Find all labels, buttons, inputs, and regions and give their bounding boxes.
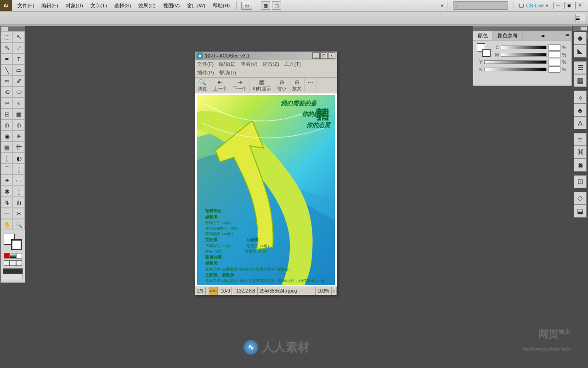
tool-14[interactable]: ⊞ xyxy=(1,109,13,120)
menu-edit[interactable]: 编辑(E) xyxy=(38,2,62,9)
tool-12[interactable]: ✂ xyxy=(1,98,13,109)
tool-34[interactable]: ✋ xyxy=(1,219,13,230)
color-mode-icon[interactable] xyxy=(4,253,10,259)
tool-20[interactable]: ▤ xyxy=(1,142,13,153)
channel-value-M[interactable] xyxy=(548,52,560,58)
tool-7[interactable]: ▭ xyxy=(13,64,25,75)
tool-21[interactable]: 卄 xyxy=(13,142,25,153)
bridge-button[interactable]: Br xyxy=(241,2,252,10)
panel-icon-8[interactable]: ⌘ xyxy=(574,146,587,159)
channel-slider-K[interactable] xyxy=(484,68,547,71)
search-input[interactable]: ⌕ xyxy=(453,1,508,10)
panel-icon-3[interactable]: ▦ xyxy=(574,74,587,87)
tool-29[interactable]: ▯ xyxy=(13,186,25,197)
acd-menu-zoom[interactable]: 缩放(Z) xyxy=(263,61,279,67)
arrange-docs-icon[interactable]: ▦ xyxy=(261,1,270,10)
acd-tb-5[interactable]: ⊕放大 xyxy=(289,78,305,93)
tool-22[interactable]: ▯ xyxy=(1,153,13,164)
acd-menu-file[interactable]: 文件(F) xyxy=(197,61,214,67)
tool-28[interactable]: ✱ xyxy=(1,186,13,197)
color-panel-header[interactable] xyxy=(473,27,571,31)
draw-normal-icon[interactable] xyxy=(4,260,10,266)
tool-15[interactable]: ▦ xyxy=(13,109,25,120)
channel-value-C[interactable] xyxy=(548,44,560,51)
options-collapse-icon[interactable]: ≡ xyxy=(575,14,585,22)
tool-27[interactable]: ▭ xyxy=(13,175,25,186)
acdsee-image[interactable]: 招聘 我们需要的是 你的想法 你的态度 招聘岗位： 销售类 营销主任（2名） 资… xyxy=(195,93,337,287)
tool-35[interactable]: 🔍 xyxy=(13,219,25,230)
tool-26[interactable]: ✦ xyxy=(1,175,13,186)
panel-icon-2[interactable]: ☰ xyxy=(574,61,587,74)
panel-icon-0[interactable]: ◆ xyxy=(574,32,587,45)
tool-6[interactable]: ╲ xyxy=(1,64,13,75)
tool-13[interactable]: ⟐ xyxy=(13,98,25,109)
panel-expand-icon[interactable]: ▸▸ xyxy=(539,33,547,38)
draw-behind-icon[interactable] xyxy=(10,260,16,266)
panel-icon-9[interactable]: ◉ xyxy=(574,159,587,172)
menu-object[interactable]: 对象(O) xyxy=(62,2,87,9)
acdsee-close-icon[interactable]: × xyxy=(328,52,335,59)
acd-menu-tools[interactable]: 工具(T) xyxy=(284,61,301,67)
tool-24[interactable]: ⌒ xyxy=(1,164,13,175)
screen-mode-icon[interactable]: ▢ xyxy=(272,1,281,10)
panel-icon-10[interactable]: ⊡ xyxy=(574,175,587,188)
channel-slider-Y[interactable] xyxy=(484,60,547,64)
menu-file[interactable]: 文件(F) xyxy=(14,2,38,9)
tool-3[interactable]: ⟋ xyxy=(13,42,25,53)
channel-value-K[interactable] xyxy=(548,66,560,73)
tool-5[interactable]: T xyxy=(13,53,25,64)
acd-menu-view[interactable]: 查看(V) xyxy=(241,61,258,67)
panel-fill-stroke[interactable] xyxy=(477,43,491,57)
tool-4[interactable]: ✒ xyxy=(1,53,13,64)
acd-menu-plugins[interactable]: 插件(P) xyxy=(197,70,214,75)
right-strip-header[interactable] xyxy=(573,26,588,31)
maximize-icon[interactable]: ▣ xyxy=(564,2,574,9)
menu-help[interactable]: 帮助(H) xyxy=(209,2,233,9)
tools-header[interactable] xyxy=(1,27,25,31)
panel-icon-4[interactable]: ⟐ xyxy=(574,91,587,104)
tool-11[interactable]: ⬭ xyxy=(13,86,25,98)
gradient-mode-icon[interactable] xyxy=(10,253,16,259)
acdsee-minimize-icon[interactable]: _ xyxy=(312,52,320,59)
close-icon[interactable]: ✕ xyxy=(575,2,585,9)
cslive-button[interactable]: CS Live ▾ xyxy=(519,3,548,9)
tool-8[interactable]: ✏ xyxy=(1,75,13,86)
menu-view[interactable]: 视图(V) xyxy=(159,2,184,9)
tool-19[interactable]: ☀ xyxy=(13,131,25,142)
tool-0[interactable]: ⬚ xyxy=(1,31,13,42)
draw-inside-icon[interactable] xyxy=(16,260,22,266)
tool-9[interactable]: ✐ xyxy=(13,75,25,86)
tool-1[interactable]: ↖ xyxy=(13,31,25,42)
tab-color[interactable]: 颜色 xyxy=(473,31,493,40)
acd-tb-2[interactable]: ⇥下一个 xyxy=(230,78,250,93)
menu-window[interactable]: 窗口(W) xyxy=(183,2,209,9)
channel-slider-C[interactable] xyxy=(501,46,547,49)
none-mode-icon[interactable] xyxy=(16,253,22,259)
panel-icon-1[interactable]: ◣ xyxy=(574,45,587,58)
minimize-icon[interactable]: — xyxy=(553,2,563,9)
acd-menu-help[interactable]: 帮助(H) xyxy=(219,70,236,75)
tool-16[interactable]: ⫛ xyxy=(1,120,13,131)
tool-32[interactable]: ▭ xyxy=(1,208,13,219)
acd-tb-more[interactable]: ⋯ xyxy=(305,78,317,93)
panel-icon-6[interactable]: A xyxy=(574,116,587,129)
panel-icon-5[interactable]: ♣ xyxy=(574,104,587,116)
acd-tb-1[interactable]: ⇤上一个 xyxy=(210,78,230,93)
tool-31[interactable]: ılı xyxy=(13,197,25,208)
channel-value-Y[interactable] xyxy=(548,59,560,65)
tool-17[interactable]: ⫛ xyxy=(13,120,25,131)
panel-icon-11[interactable]: ◇ xyxy=(574,192,587,205)
acd-tb-0[interactable]: 🔍浏览 xyxy=(195,78,210,93)
status-info-icon[interactable]: i xyxy=(332,287,337,295)
tool-23[interactable]: ◐ xyxy=(13,153,25,164)
tool-30[interactable]: ↯ xyxy=(1,197,13,208)
acd-tb-3[interactable]: ▦幻灯显示 xyxy=(250,78,274,93)
menu-select[interactable]: 选择(S) xyxy=(111,2,135,9)
acdsee-maximize-icon[interactable]: □ xyxy=(320,52,328,59)
menu-type[interactable]: 文字(T) xyxy=(87,2,111,9)
panel-icon-12[interactable]: ⬓ xyxy=(574,205,587,218)
channel-slider-M[interactable] xyxy=(501,53,547,57)
acdsee-titlebar[interactable]: ◆ 10-9 - ACDSee v3.1 _ □ × xyxy=(195,52,337,60)
tab-color-guide[interactable]: 颜色参考 xyxy=(493,31,523,40)
tool-33[interactable]: ✂ xyxy=(13,208,25,219)
